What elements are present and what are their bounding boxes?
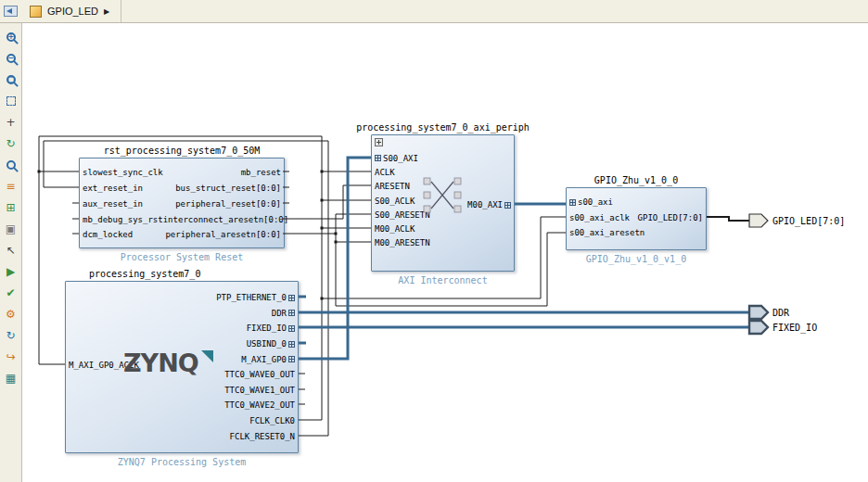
fit-selection-button[interactable]: +	[3, 115, 19, 130]
port-row: S00_AXI	[372, 151, 514, 165]
port-m00-aclk[interactable]: M00_ACLK	[375, 224, 415, 234]
port-ttc0-wave0-out[interactable]: TTC0_WAVE0_OUT	[224, 370, 295, 379]
zoom-out-icon: −	[6, 54, 16, 63]
block-title-reset: rst_processing_system7_0_50M	[104, 146, 261, 156]
port-aclk[interactable]: ACLK	[375, 168, 395, 177]
port-usbind-0[interactable]: USBIND_0	[247, 339, 295, 349]
select-area-icon	[6, 96, 16, 106]
port-row: s00_axi	[567, 195, 706, 210]
interface-pin-icon	[375, 155, 381, 161]
toggle-grid-button[interactable]: ▦	[3, 371, 19, 386]
port-s00-aresetn[interactable]: S00_ARESETN	[375, 210, 430, 220]
settings-icon: ⚙	[6, 309, 16, 320]
external-port-label-gpio-led[interactable]: GPIO_LED[7:0]	[772, 216, 845, 226]
block-zynq[interactable]: processing_system7_0 PTP_ETHERNET_0 DDR …	[65, 281, 299, 453]
port-ttc0-wave1-out[interactable]: TTC0_WAVE1_OUT	[224, 386, 295, 395]
add-ip-button[interactable]: ⊞	[3, 200, 19, 215]
add-hierarchy-icon: ▣	[6, 223, 16, 235]
port-row: ext_reset_in bus_struct_reset[0:0]	[80, 181, 284, 197]
regenerate-layout-icon: ↻	[6, 330, 15, 341]
port-row: aux_reset_in peripheral_reset[0:0]	[80, 197, 284, 212]
block-axi-interconnect[interactable]: processing_system7_0_axi_periph S00_AXI …	[371, 134, 515, 272]
port-row: TTC0_WAVE2_OUT	[66, 398, 298, 413]
port-ttc0-wave2-out[interactable]: TTC0_WAVE2_OUT	[224, 400, 295, 410]
regenerate-layout-button[interactable]: ↻	[3, 328, 19, 343]
port-ptp-ethernet-0[interactable]: PTP_ETHERNET_0	[216, 293, 295, 302]
zoom-out-button[interactable]: −	[3, 51, 19, 66]
port-peripheral-reset[interactable]: peripheral_reset[0:0]	[175, 199, 281, 209]
port-m-axi-gp0[interactable]: M_AXI_GP0	[241, 355, 295, 364]
interface-pin-icon	[569, 199, 576, 206]
port-row: FCLK_RESET0_N	[66, 428, 298, 444]
make-external-icon: ↖	[6, 245, 15, 256]
port-row: TTC0_WAVE1_OUT	[66, 383, 298, 399]
tab-label: GPIO_LED	[47, 6, 98, 17]
dock-window-icon[interactable]	[4, 6, 18, 17]
block-gpio-zhu[interactable]: GPIO_Zhu_v1_0_0 s00_axi s00_axi_aclk s00…	[566, 187, 707, 250]
run-automation-button[interactable]: ▶	[3, 264, 19, 279]
port-ext-reset-in[interactable]: ext_reset_in	[83, 184, 143, 193]
external-port-label-ddr[interactable]: DDR	[772, 308, 789, 318]
settings-button[interactable]: ⚙	[3, 307, 19, 322]
port-slowest-sync-clk[interactable]: slowest_sync_clk	[83, 168, 163, 177]
zoom-fit-icon: □	[6, 75, 16, 84]
block-reset[interactable]: rst_processing_system7_0_50M slowest_syn…	[79, 158, 285, 248]
port-peripheral-aresetn[interactable]: peripheral_aresetn[0:0]	[165, 230, 281, 239]
port-row: dcm_locked peripheral_aresetn[0:0]	[80, 227, 284, 243]
search-button[interactable]	[3, 158, 19, 172]
interface-pin-icon	[288, 356, 295, 362]
autofit-selection-icon: ↻	[6, 138, 15, 149]
port-dcm-locked[interactable]: dcm_locked	[83, 230, 133, 239]
port-aux-reset-in[interactable]: aux_reset_in	[83, 199, 143, 209]
block-type-reset: Processor System Reset	[121, 252, 243, 262]
run-automation-icon: ▶	[6, 266, 15, 277]
interface-pin-icon	[288, 341, 295, 348]
collapse-expand-icon: ≡	[6, 181, 15, 192]
select-area-button[interactable]	[3, 94, 19, 108]
block-title-axi: processing_system7_0_axi_periph	[356, 122, 530, 133]
port-aresetn[interactable]: ARESETN	[375, 182, 410, 191]
port-m00-aresetn[interactable]: M00_ARESETN	[375, 238, 430, 247]
port-s00-axi-aclk[interactable]: s00_axi_aclk	[569, 213, 630, 222]
port-interconnect-aresetn[interactable]: interconnect_aresetn[0:0]	[163, 215, 288, 224]
add-ip-icon: ⊞	[6, 202, 15, 213]
port-s00-axi[interactable]: s00_axi	[569, 197, 613, 207]
optimize-routing-icon: ↪	[6, 351, 15, 362]
port-s00-axi-aresetn[interactable]: s00_axi_aresetn	[569, 228, 645, 237]
autofit-selection-button[interactable]: ↻	[3, 136, 19, 151]
external-port-label-fixed-io[interactable]: FIXED_IO	[772, 323, 817, 333]
port-bus-struct-reset[interactable]: bus_struct_reset[0:0]	[175, 184, 281, 193]
port-s00-aclk[interactable]: S00_ACLK	[375, 197, 415, 206]
expand-block-icon[interactable]	[375, 138, 383, 146]
port-row: mb_debug_sys_rst interconnect_aresetn[0:…	[80, 211, 284, 227]
block-type-gpio: GPIO_Zhu_v1_0_v1_0	[586, 254, 686, 264]
zoom-in-button[interactable]: +	[3, 30, 19, 44]
port-m00-axi-if[interactable]: M00_AXI	[467, 197, 511, 212]
port-ddr[interactable]: DDR	[272, 309, 295, 318]
breadcrumb-arrow-icon[interactable]: ▶	[104, 7, 109, 16]
port-row: slowest_sync_clk mb_reset	[80, 165, 284, 181]
port-gpio-led[interactable]: GPIO_LED[7:0]	[638, 210, 703, 225]
port-row: DDR	[66, 306, 298, 322]
port-fixed-io[interactable]: FIXED_IO	[247, 323, 295, 333]
tab-gpio-led[interactable]: GPIO_LED ▶	[24, 0, 121, 22]
zoom-fit-button[interactable]: □	[3, 72, 19, 87]
port-s00-axi-if[interactable]: S00_AXI	[375, 154, 418, 163]
port-mb-reset[interactable]: mb_reset	[241, 168, 281, 177]
make-external-button[interactable]: ↖	[3, 243, 19, 258]
port-row: ARESETN	[372, 180, 514, 194]
tab-bar: GPIO_LED ▶	[0, 0, 868, 23]
collapse-expand-button[interactable]: ≡	[3, 179, 19, 194]
optimize-routing-button[interactable]: ↪	[3, 349, 19, 364]
port-fclk-clk0[interactable]: FCLK_CLK0	[249, 416, 295, 425]
validate-design-button[interactable]: ✔	[3, 285, 19, 300]
port-fclk-reset0-n[interactable]: FCLK_RESET0_N	[230, 432, 295, 441]
add-hierarchy-button[interactable]: ▣	[3, 222, 19, 236]
port-mb-debug-sys-rst[interactable]: mb_debug_sys_rst	[83, 215, 163, 224]
interface-pin-icon	[288, 310, 295, 316]
canvas-toolbar: + − □ + ↻ ≡ ⊞ ▣ ↖ ▶ ✔ ⚙ ↻ ↪ ▦	[0, 23, 22, 482]
block-title-gpio: GPIO_Zhu_v1_0_0	[594, 175, 678, 185]
block-design-icon	[30, 6, 42, 18]
interface-pin-icon	[504, 202, 511, 209]
port-row: M00_ACLK	[372, 222, 514, 235]
